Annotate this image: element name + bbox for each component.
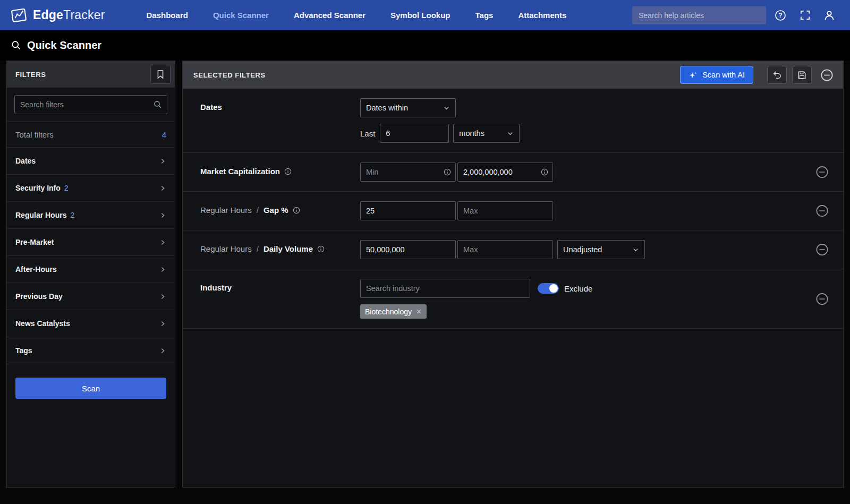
dates-unit-select[interactable]: months xyxy=(453,124,520,143)
page-title-bar: Quick Scanner xyxy=(0,30,850,61)
chevron-right-icon xyxy=(158,265,167,274)
filter-row-dates: Dates Dates within Last months xyxy=(183,89,843,153)
sidebar-item-label: Previous Day xyxy=(15,292,63,301)
filters-title: FILTERS xyxy=(15,71,46,79)
sidebar-item-label: Security Info xyxy=(15,184,61,192)
market-cap-label: Market Capitalization xyxy=(200,167,280,176)
account-icon[interactable] xyxy=(819,5,839,25)
scan-with-ai-label: Scan with AI xyxy=(702,71,745,79)
sidebar-item-label: Dates xyxy=(15,157,36,165)
nav-attachments[interactable]: Attachments xyxy=(518,11,566,20)
exclude-toggle[interactable] xyxy=(538,283,559,294)
scan-with-ai-button[interactable]: Scan with AI xyxy=(680,66,753,84)
breadcrumb-separator: / xyxy=(257,244,259,253)
nav-dashboard[interactable]: Dashboard xyxy=(147,11,188,20)
exclude-label: Exclude xyxy=(564,284,592,293)
minus-circle-icon xyxy=(815,292,829,306)
chevron-right-icon xyxy=(158,238,167,247)
page-title-search-icon xyxy=(11,40,22,51)
nav-tags[interactable]: Tags xyxy=(475,11,494,20)
chevron-right-icon xyxy=(158,319,167,328)
filter-label-market-cap: Market Capitalization xyxy=(200,163,360,176)
market-cap-min-input[interactable] xyxy=(360,163,456,182)
help-icon[interactable]: ? xyxy=(770,5,790,25)
bookmark-icon xyxy=(155,69,166,80)
remove-daily-volume-filter-button[interactable] xyxy=(815,243,829,257)
sidebar-item-label: Regular Hours xyxy=(15,211,66,219)
info-icon[interactable] xyxy=(284,167,292,176)
nav-quick-scanner[interactable]: Quick Scanner xyxy=(213,11,269,20)
dates-unit-value: months xyxy=(459,129,484,138)
dates-controls: Dates within Last months xyxy=(360,98,520,143)
info-icon[interactable] xyxy=(292,206,301,215)
sidebar-item-count: 2 xyxy=(64,184,69,192)
volume-prefix-label: Regular Hours xyxy=(200,244,252,253)
sidebar-item-security-info[interactable]: Security Info2 xyxy=(7,175,175,202)
breadcrumb-separator: / xyxy=(257,206,259,215)
sidebar-item-previous-day[interactable]: Previous Day xyxy=(7,283,175,310)
volume-adjustment-select[interactable]: Unadjusted xyxy=(557,240,645,259)
volume-min-input[interactable] xyxy=(360,240,456,259)
remove-market-cap-filter-button[interactable] xyxy=(815,165,829,180)
nav-advanced-scanner[interactable]: Advanced Scanner xyxy=(294,11,366,20)
selected-filters-title: SELECTED FILTERS xyxy=(193,71,266,79)
remove-gap-filter-button[interactable] xyxy=(815,204,829,218)
info-icon[interactable] xyxy=(317,245,325,253)
minus-circle-icon xyxy=(815,165,829,180)
gap-max-input[interactable] xyxy=(457,201,553,220)
gap-min-input[interactable] xyxy=(360,201,456,220)
total-filters-row: Total filters 4 xyxy=(7,121,175,148)
chip-label: Biotechnology xyxy=(365,307,412,316)
dates-last-input[interactable] xyxy=(380,124,449,143)
filter-label-daily-volume: Regular Hours / Daily Volume xyxy=(200,240,360,253)
selected-filters-header: SELECTED FILTERS Scan with AI xyxy=(183,61,843,89)
toggle-knob xyxy=(549,284,558,293)
sidebar-item-pre-market[interactable]: Pre-Market xyxy=(7,229,175,256)
filter-search-wrap xyxy=(14,95,167,114)
sidebar-item-label: Pre-Market xyxy=(15,238,54,246)
chevron-down-icon xyxy=(506,130,514,138)
info-icon[interactable] xyxy=(443,168,452,176)
filter-label-gap: Regular Hours / Gap % xyxy=(200,201,360,215)
remove-all-filters-button[interactable] xyxy=(817,65,836,84)
filter-row-gap: Regular Hours / Gap % xyxy=(183,192,843,230)
dates-mode-select[interactable]: Dates within xyxy=(360,98,456,117)
top-nav: EdgeTracker Dashboard Quick Scanner Adva… xyxy=(0,0,850,30)
sidebar-item-tags[interactable]: Tags xyxy=(7,337,175,364)
save-icon xyxy=(797,70,807,80)
exclude-toggle-group: Exclude xyxy=(538,283,592,294)
remove-industry-filter-button[interactable] xyxy=(815,292,829,306)
sidebar-item-regular-hours[interactable]: Regular Hours2 xyxy=(7,202,175,229)
chevron-right-icon xyxy=(158,211,167,220)
help-search-input[interactable] xyxy=(632,6,766,24)
saved-filters-button[interactable] xyxy=(150,65,171,84)
market-cap-max-input[interactable] xyxy=(457,163,553,182)
chip-remove-icon[interactable] xyxy=(416,309,422,314)
sparkle-icon xyxy=(688,71,698,80)
industry-label: Industry xyxy=(200,283,232,292)
sidebar-item-label: News Catalysts xyxy=(15,319,70,328)
fullscreen-icon[interactable] xyxy=(795,5,815,25)
total-filters-count: 4 xyxy=(162,130,166,139)
gap-label: Gap % xyxy=(264,206,288,215)
volume-max-input[interactable] xyxy=(457,240,553,259)
undo-button[interactable] xyxy=(767,66,787,84)
nav-symbol-lookup[interactable]: Symbol Lookup xyxy=(390,11,450,20)
filter-row-daily-volume: Regular Hours / Daily Volume Unadjusted xyxy=(183,230,843,269)
chevron-right-icon xyxy=(158,346,167,355)
sidebar-item-dates[interactable]: Dates xyxy=(7,148,175,175)
minus-circle-icon xyxy=(820,68,834,82)
dates-label: Dates xyxy=(200,102,222,112)
sidebar-item-news-catalysts[interactable]: News Catalysts xyxy=(7,310,175,337)
search-icon xyxy=(153,100,163,109)
info-icon[interactable] xyxy=(540,168,549,176)
industry-search-input[interactable] xyxy=(360,279,530,298)
header-actions: Scan with AI xyxy=(680,65,836,84)
brand-logo[interactable]: EdgeTracker xyxy=(11,7,105,24)
svg-text:?: ? xyxy=(778,12,782,19)
scan-button[interactable]: Scan xyxy=(15,378,166,399)
selected-filters-panel: SELECTED FILTERS Scan with AI xyxy=(182,61,844,488)
sidebar-item-after-hours[interactable]: After-Hours xyxy=(7,256,175,283)
save-button[interactable] xyxy=(792,66,812,84)
filter-search-input[interactable] xyxy=(14,95,167,114)
